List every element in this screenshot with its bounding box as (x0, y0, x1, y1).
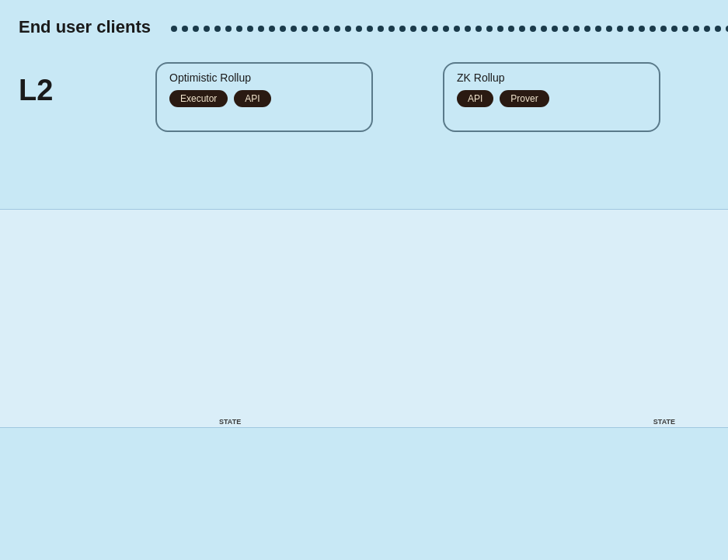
dots-row: // Render dots via JS after page loads (171, 17, 712, 40)
top-section: End user clients // Render dots via JS a… (0, 0, 728, 210)
l2-optimistic-rollup-box: Optimistic Rollup Executor API (155, 62, 373, 132)
dot-7 (247, 26, 253, 32)
dot-34 (541, 26, 547, 32)
dot-37 (573, 26, 580, 32)
dot-6 (236, 26, 242, 32)
dot-29 (486, 26, 493, 32)
l2-zk-badges: API Prover (457, 90, 549, 107)
dot-49 (704, 26, 710, 32)
dot-27 (465, 26, 471, 32)
dot-38 (584, 26, 590, 32)
dot-45 (660, 26, 667, 32)
dot-42 (628, 26, 634, 32)
dot-17 (356, 26, 362, 32)
dot-30 (497, 26, 503, 32)
l2-zk-rollup-title: ZK Rollup (457, 71, 504, 84)
dot-15 (334, 26, 340, 32)
dot-8 (258, 26, 264, 32)
dot-11 (291, 26, 297, 32)
l2-zk-prover-badge: Prover (500, 90, 549, 107)
l2-label: L2 (19, 74, 53, 107)
dot-9 (269, 26, 275, 32)
dot-33 (530, 26, 536, 32)
dot-46 (671, 26, 677, 32)
dot-22 (410, 26, 416, 32)
l1-section: L1 Espresso Sequencer Contract Optimisti… (0, 427, 728, 560)
dot-31 (508, 26, 514, 32)
dot-19 (378, 26, 384, 32)
l2-executor-badge: Executor (169, 90, 228, 107)
dot-20 (388, 26, 395, 32)
dot-16 (345, 26, 351, 32)
dot-41 (617, 26, 623, 32)
dot-10 (280, 26, 286, 32)
dot-4 (214, 26, 221, 32)
dot-2 (193, 26, 199, 32)
dot-13 (312, 26, 319, 32)
dot-36 (563, 26, 569, 32)
dot-40 (606, 26, 612, 32)
dot-5 (225, 26, 232, 32)
dot-28 (475, 26, 482, 32)
dot-12 (301, 26, 308, 32)
dot-32 (519, 26, 525, 32)
dot-23 (421, 26, 427, 32)
l2-optimistic-badges: Executor API (169, 90, 271, 107)
dot-43 (639, 26, 645, 32)
end-user-label: End user clients (19, 17, 151, 37)
dot-47 (682, 26, 688, 32)
dot-0 (171, 26, 177, 32)
dot-50 (715, 26, 721, 32)
dot-21 (399, 26, 406, 32)
dot-26 (454, 26, 460, 32)
l2-optimistic-rollup-title: Optimistic Rollup (169, 71, 251, 84)
dot-3 (204, 26, 210, 32)
dot-24 (432, 26, 438, 32)
dot-48 (693, 26, 699, 32)
dot-44 (650, 26, 656, 32)
dot-14 (323, 26, 329, 32)
dot-35 (552, 26, 558, 32)
l2-api-badge: API (234, 90, 270, 107)
dot-39 (595, 26, 601, 32)
l2-zk-rollup-box: ZK Rollup API Prover (443, 62, 660, 132)
dot-1 (182, 26, 188, 32)
dot-18 (367, 26, 373, 32)
middle-section: Espresso Sequencer *Rollups may aditiona… (0, 210, 728, 427)
l2-zk-api-badge: API (457, 90, 493, 107)
dot-25 (443, 26, 449, 32)
